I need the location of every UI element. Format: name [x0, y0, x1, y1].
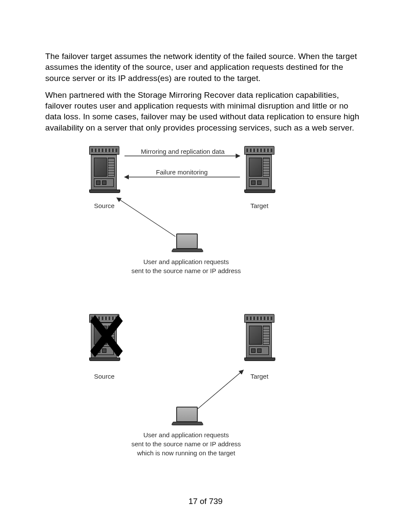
failed-source-label: Source [78, 373, 130, 380]
caption-line: sent to the source name or IP address [131, 440, 241, 448]
source-server-icon [89, 146, 119, 193]
failed-source-server-icon: ✕ [89, 314, 119, 361]
target-server-label: Target [234, 202, 285, 209]
document-page: The failover target assumes the network … [0, 0, 411, 532]
source-server-label: Source [78, 202, 130, 209]
diagram2-caption: User and application requests sent to th… [109, 430, 264, 457]
caption-line: sent to the source name or IP address [131, 267, 241, 274]
client-laptop-icon [173, 233, 201, 252]
target-server-2-icon [244, 314, 274, 361]
failover-diagram: Source Target Mirroring and replication … [85, 146, 326, 482]
mirroring-label: Mirroring and replication data [141, 148, 224, 155]
failure-monitoring-label: Failure monitoring [156, 168, 208, 176]
caption-line: User and application requests [143, 431, 229, 439]
caption-line: User and application requests [143, 258, 229, 265]
target-server-2-label: Target [234, 373, 285, 380]
page-number: 17 of 739 [45, 497, 366, 506]
laptop-to-target-arrow [85, 146, 326, 430]
caption-line: which is now running on the target [137, 449, 235, 457]
client-laptop-2-icon [173, 407, 201, 426]
body-paragraph-2: When partnered with the Storage Mirrorin… [45, 90, 366, 133]
diagram1-caption: User and application requests sent to th… [109, 257, 264, 275]
body-paragraph-1: The failover target assumes the network … [45, 51, 366, 84]
target-server-icon [244, 146, 274, 193]
